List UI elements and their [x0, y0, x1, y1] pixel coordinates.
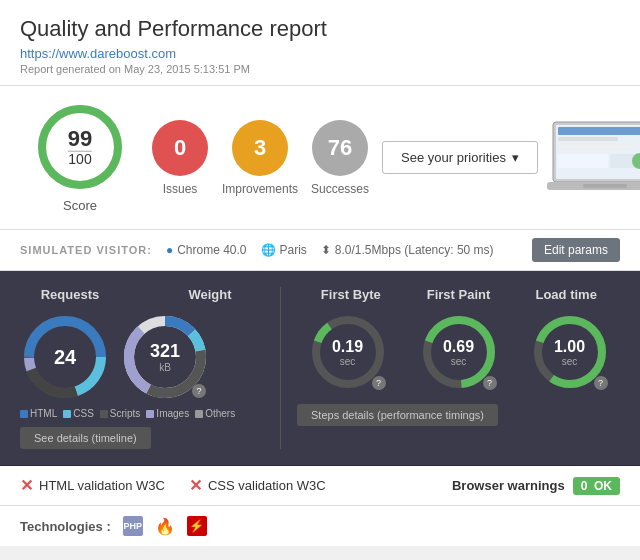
page-title: Quality and Performance report: [20, 16, 620, 42]
browser-param: ● Chrome 40.0: [166, 243, 247, 257]
issues-metric: 0 Issues: [140, 120, 220, 196]
load-time-question-icon[interactable]: ?: [594, 376, 608, 390]
ok-value: 0: [581, 479, 588, 493]
css-validation: ✕ CSS validation W3C: [189, 476, 326, 495]
score-denom: 100: [68, 151, 92, 167]
chevron-down-icon: ▾: [512, 150, 519, 165]
improvements-value: 3: [254, 135, 266, 161]
first-paint-gauge: 0.69 sec ?: [408, 312, 509, 392]
requests-value: 24: [54, 346, 76, 368]
fire-icon: 🔥: [155, 516, 175, 536]
svg-rect-8: [558, 154, 608, 168]
load-time-title: Load time: [512, 287, 620, 302]
successes-circle: 76: [312, 120, 368, 176]
weight-center: 321 kB: [150, 341, 180, 373]
others-dot: [195, 410, 203, 418]
successes-label: Successes: [311, 182, 369, 196]
weight-unit: kB: [150, 362, 180, 373]
legend-images: Images: [146, 408, 189, 419]
html-x-icon: ✕: [20, 476, 33, 495]
svg-rect-5: [558, 137, 618, 141]
legend-scripts: Scripts: [100, 408, 141, 419]
priorities-label: See your priorities: [401, 150, 506, 165]
legend-css: CSS: [63, 408, 94, 419]
html-validation: ✕ HTML validation W3C: [20, 476, 165, 495]
speed-value: 8.0/1.5Mbps (Latency: 50 ms): [335, 243, 494, 257]
first-byte-title: First Byte: [297, 287, 405, 302]
weight-value: 321: [150, 341, 180, 361]
first-byte-question-icon[interactable]: ?: [372, 376, 386, 390]
timing-gauges: 0.19 sec ? 0.69: [297, 312, 620, 392]
laptop-preview: [540, 118, 640, 198]
score-area: 99 100 Score: [20, 102, 140, 213]
report-date: Report generated on May 23, 2015 5:13:51…: [20, 63, 620, 75]
edit-params-button[interactable]: Edit params: [532, 238, 620, 262]
first-paint-unit: sec: [443, 356, 474, 367]
steps-details-button[interactable]: Steps details (performance timings): [297, 404, 498, 426]
summary-section: 99 100 Score 0 Issues 3 Improvements: [0, 86, 640, 230]
improvements-circle: 3: [232, 120, 288, 176]
svg-rect-12: [583, 184, 627, 188]
report-header: Quality and Performance report https://w…: [0, 0, 640, 86]
legend-css-label: CSS: [73, 408, 94, 419]
location-param: 🌐 Paris: [261, 243, 307, 257]
location-value: Paris: [280, 243, 307, 257]
ok-label: OK: [594, 479, 612, 493]
weight-question-icon[interactable]: ?: [192, 384, 206, 398]
load-time-unit: sec: [554, 356, 585, 367]
browser-icon: ●: [166, 243, 173, 257]
css-validation-label: CSS validation W3C: [208, 478, 326, 493]
perf-left: Requests Weight 24: [20, 287, 280, 449]
score-donut: 99 100: [35, 102, 125, 192]
load-time-gauge: 1.00 sec ?: [519, 312, 620, 392]
php-icon: PHP: [123, 516, 143, 536]
successes-value: 76: [328, 135, 352, 161]
metrics-area: 0 Issues 3 Improvements 76 Successes: [140, 120, 380, 196]
improvements-metric: 3 Improvements: [220, 120, 300, 196]
html-validation-label: HTML validation W3C: [39, 478, 165, 493]
issues-label: Issues: [163, 182, 198, 196]
report-url[interactable]: https://www.dareboost.com: [20, 46, 176, 61]
validation-bar: ✕ HTML validation W3C ✕ CSS validation W…: [0, 466, 640, 506]
legend-html-label: HTML: [30, 408, 57, 419]
requests-center: 24: [54, 346, 76, 369]
speed-param: ⬍ 8.0/1.5Mbps (Latency: 50 ms): [321, 243, 494, 257]
visitor-label: SIMULATED VISITOR:: [20, 244, 152, 256]
svg-rect-6: [558, 143, 638, 146]
first-paint-value: 0.69: [443, 338, 474, 355]
legend-others-label: Others: [205, 408, 235, 419]
legend-others: Others: [195, 408, 235, 419]
requests-gauge: 24: [20, 312, 110, 402]
legend-html: HTML: [20, 408, 57, 419]
browser-warnings: Browser warnings 0 OK: [452, 477, 620, 495]
requests-title: Requests: [20, 287, 120, 302]
visitor-bar: SIMULATED VISITOR: ● Chrome 40.0 🌐 Paris…: [0, 230, 640, 271]
images-dot: [146, 410, 154, 418]
html-dot: [20, 410, 28, 418]
improvements-label: Improvements: [222, 182, 298, 196]
issues-value: 0: [174, 135, 186, 161]
laptop-svg: [545, 118, 640, 198]
priorities-area: See your priorities ▾: [380, 141, 540, 174]
weight-title: Weight: [150, 287, 270, 302]
legend-scripts-label: Scripts: [110, 408, 141, 419]
perf-right: First Byte First Paint Load time 0.19 se…: [280, 287, 620, 449]
first-byte-value: 0.19: [332, 338, 363, 355]
first-paint-question-icon[interactable]: ?: [483, 376, 497, 390]
scripts-dot: [100, 410, 108, 418]
rails-icon: ⚡: [187, 516, 207, 536]
details-timeline-button[interactable]: See details (timeline): [20, 427, 151, 449]
score-label: Score: [63, 198, 97, 213]
first-byte-unit: sec: [332, 356, 363, 367]
first-byte-gauge: 0.19 sec ?: [297, 312, 398, 392]
first-paint-title: First Paint: [405, 287, 513, 302]
performance-section: Requests Weight 24: [0, 271, 640, 466]
successes-metric: 76 Successes: [300, 120, 380, 196]
speed-icon: ⬍: [321, 243, 331, 257]
priorities-button[interactable]: See your priorities ▾: [382, 141, 538, 174]
css-x-icon: ✕: [189, 476, 202, 495]
legend-images-label: Images: [156, 408, 189, 419]
issues-circle: 0: [152, 120, 208, 176]
svg-rect-4: [558, 127, 640, 135]
svg-rect-7: [558, 148, 633, 151]
